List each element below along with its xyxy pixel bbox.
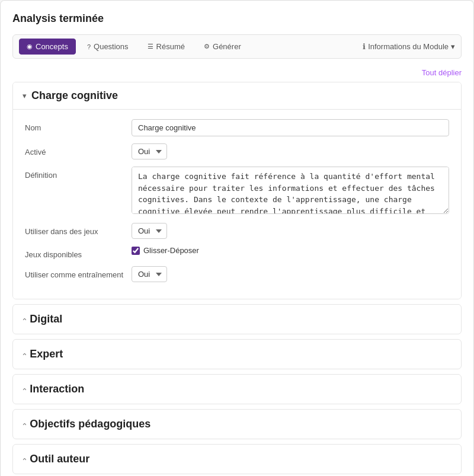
chevron-right-icon: › — [20, 423, 28, 425]
concepts-icon: ◉ — [27, 43, 33, 50]
concept-digital-title: Digital — [30, 313, 62, 325]
jeux-label: Utiliser dans des jeux — [25, 223, 132, 236]
tab-concepts-label: Concepts — [36, 42, 68, 51]
active-value: Oui Non — [132, 143, 449, 159]
field-active: Activé Oui Non — [25, 143, 449, 159]
glisser-deposer-checkbox[interactable] — [132, 247, 140, 255]
info-icon: ℹ — [363, 42, 366, 51]
concept-objectifs: › Objectifs pédagogiques — [12, 409, 462, 439]
concept-interaction-title: Interaction — [30, 383, 84, 395]
resume-icon: ☰ — [148, 43, 153, 50]
field-jeux-disponibles: Jeux disponibles Glisser-Déposer — [25, 246, 449, 259]
tab-questions-label: Questions — [94, 42, 129, 51]
concept-objectifs-header[interactable]: › Objectifs pédagogiques — [13, 410, 461, 439]
chevron-right-icon: › — [20, 458, 28, 460]
tout-deplier-row: Tout déplier — [12, 68, 462, 77]
page-title: Analysis terminée — [12, 12, 462, 25]
chevron-right-icon: › — [20, 318, 28, 320]
concept-expert-header[interactable]: › Expert — [13, 340, 461, 369]
module-info[interactable]: ℹ Informations du Module ▾ — [363, 42, 455, 51]
nom-input[interactable] — [132, 119, 449, 136]
tab-concepts[interactable]: ◉ Concepts — [19, 39, 76, 55]
concept-outil-auteur-title: Outil auteur — [30, 453, 89, 465]
concept-digital: › Digital — [12, 304, 462, 334]
field-definition: Définition La charge cognitive fait réfé… — [25, 167, 449, 216]
definition-label: Définition — [25, 167, 132, 180]
nom-value — [132, 119, 449, 136]
entrainement-label: Utiliser comme entraînement — [25, 266, 132, 279]
module-info-label: Informations du Module — [368, 42, 449, 51]
concept-interaction-header[interactable]: › Interaction — [13, 375, 461, 404]
nom-label: Nom — [25, 119, 132, 132]
concept-interaction: › Interaction — [12, 374, 462, 404]
tab-questions[interactable]: ? Questions — [79, 39, 136, 55]
field-jeux: Utiliser dans des jeux Oui Non — [25, 223, 449, 239]
tab-generer-label: Générer — [213, 42, 241, 51]
chevron-right-icon: › — [20, 388, 28, 390]
concept-charge-header[interactable]: ▾ Charge cognitive — [13, 82, 461, 110]
tab-resume-label: Résumé — [156, 42, 185, 51]
glisser-deposer-label[interactable]: Glisser-Déposer — [132, 246, 449, 255]
concept-expert-title: Expert — [30, 348, 63, 360]
tab-resume[interactable]: ☰ Résumé — [140, 39, 193, 55]
tout-deplier-link[interactable]: Tout déplier — [422, 68, 462, 77]
concept-outil-auteur-header[interactable]: › Outil auteur — [13, 445, 461, 474]
tab-generer[interactable]: ⚙ Générer — [196, 39, 249, 55]
definition-textarea[interactable]: La charge cognitive fait référence à la … — [132, 167, 449, 214]
collapsed-concepts-container: › Digital › Expert › Interaction › Objec… — [12, 304, 462, 476]
jeux-disponibles-label: Jeux disponibles — [25, 246, 132, 259]
concept-charge-body: Nom Activé Oui Non Définition — [13, 110, 461, 299]
concept-charge-title: Charge cognitive — [31, 90, 118, 102]
glisser-deposer-text: Glisser-Déposer — [143, 246, 199, 255]
concept-digital-header[interactable]: › Digital — [13, 305, 461, 334]
jeux-disponibles-value: Glisser-Déposer — [132, 246, 449, 255]
active-label: Activé — [25, 143, 132, 156]
field-entrainement: Utiliser comme entraînement Oui Non — [25, 266, 449, 282]
jeux-value: Oui Non — [132, 223, 449, 239]
active-select[interactable]: Oui Non — [132, 143, 167, 159]
generer-icon: ⚙ — [204, 43, 210, 50]
chevron-right-icon: › — [20, 353, 28, 355]
questions-icon: ? — [87, 43, 91, 50]
concept-outil-auteur: › Outil auteur — [12, 444, 462, 474]
field-nom: Nom — [25, 119, 449, 136]
concept-objectifs-title: Objectifs pédagogiques — [30, 418, 150, 430]
definition-wrapper: La charge cognitive fait référence à la … — [132, 167, 449, 216]
chevron-down-icon: ▾ — [451, 42, 455, 51]
tabs-left: ◉ Concepts ? Questions ☰ Résumé ⚙ Génére… — [19, 39, 249, 55]
tabs-bar: ◉ Concepts ? Questions ☰ Résumé ⚙ Génére… — [12, 34, 462, 59]
entrainement-select[interactable]: Oui Non — [132, 266, 167, 282]
chevron-down-icon: ▾ — [23, 91, 27, 100]
concept-charge-cognitive: ▾ Charge cognitive Nom Activé Oui Non — [12, 82, 462, 299]
page-container: Analysis terminée ◉ Concepts ? Questions… — [0, 0, 474, 476]
jeux-select[interactable]: Oui Non — [132, 223, 167, 239]
entrainement-value: Oui Non — [132, 266, 449, 282]
concept-expert: › Expert — [12, 339, 462, 369]
